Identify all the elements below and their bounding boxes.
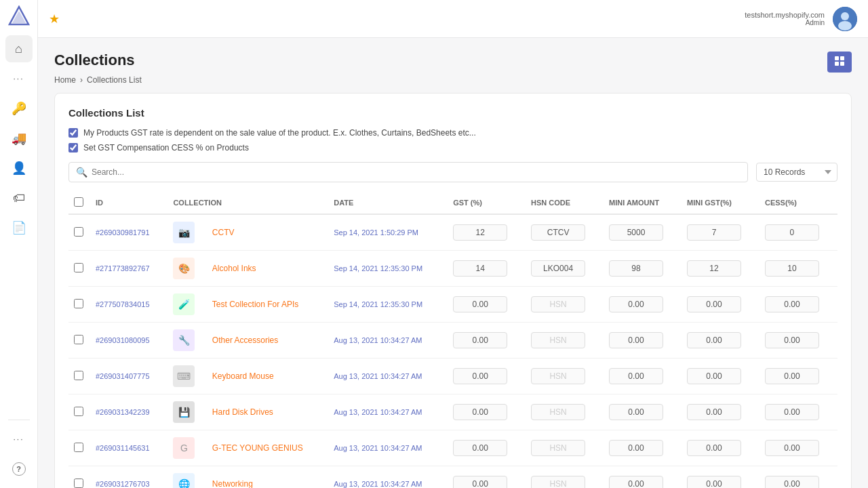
mini-amount-input-4[interactable]	[609, 368, 663, 384]
mini-amount-input-1[interactable]	[609, 260, 663, 277]
row-date-7: Aug 13, 2021 10:34:27 AM	[328, 466, 448, 489]
collection-name-2[interactable]: Test Collection For APIs	[212, 300, 298, 309]
cess-input-7[interactable]	[765, 476, 819, 488]
collection-name-7[interactable]: Networking	[212, 479, 253, 488]
row-checkbox-3[interactable]	[74, 335, 83, 344]
hsn-input-1[interactable]	[531, 260, 585, 277]
select-all-checkbox[interactable]	[74, 197, 83, 207]
sidebar-item-home[interactable]: ⌂	[5, 35, 33, 62]
gst-input-4[interactable]	[453, 368, 507, 384]
checkbox-gst-slab[interactable]	[68, 128, 78, 138]
mini-gst-input-3[interactable]	[687, 332, 741, 348]
collection-name-1[interactable]: Alcohol Inks	[212, 264, 256, 273]
collection-name-4[interactable]: Keyboard Mouse	[212, 371, 274, 381]
row-id-1[interactable]: #271773892767	[96, 264, 150, 272]
search-input[interactable]	[92, 167, 741, 177]
mini-gst-input-4[interactable]	[687, 368, 741, 384]
gst-input-2[interactable]	[453, 296, 507, 312]
cess-input-1[interactable]	[765, 260, 819, 277]
th-id: ID	[90, 192, 167, 214]
collection-name-5[interactable]: Hard Disk Drives	[212, 407, 273, 417]
row-checkbox-6[interactable]	[74, 443, 83, 452]
mini-gst-input-1[interactable]	[687, 260, 741, 277]
mini-amount-input-0[interactable]	[609, 224, 663, 241]
mini-gst-input-6[interactable]	[687, 440, 741, 456]
cess-input-5[interactable]	[765, 404, 819, 420]
mini-gst-input-5[interactable]	[687, 404, 741, 420]
checkbox-row-2: Set GST Compensation CESS % on Products	[68, 143, 837, 152]
gst-input-0[interactable]	[453, 224, 507, 241]
gst-input-5[interactable]	[453, 404, 507, 420]
records-select[interactable]: 10 Records 25 Records 50 Records 100 Rec…	[756, 163, 837, 182]
row-checkbox-5[interactable]	[74, 407, 83, 416]
page-title: Collections	[54, 52, 135, 69]
sidebar: ⌂ ··· 🔑 🚚 👤 🏷 📄 ··· ?	[0, 0, 38, 488]
cess-input-3[interactable]	[765, 332, 819, 348]
row-id-5[interactable]: #269031342239	[96, 408, 150, 416]
row-checkbox-2[interactable]	[74, 299, 83, 308]
search-box: 🔍	[68, 162, 748, 182]
grid-view-button[interactable]	[827, 52, 852, 73]
th-mini-amount: MINI AMOUNT	[604, 192, 682, 214]
avatar[interactable]	[833, 7, 857, 31]
row-checkbox-0[interactable]	[74, 227, 83, 237]
row-id-0[interactable]: #269030981791	[96, 228, 150, 237]
docs-icon: 📄	[12, 220, 26, 235]
users-icon: 👤	[12, 161, 26, 176]
breadcrumb: Home › Collections List	[54, 75, 852, 85]
row-id-4[interactable]: #269031407775	[96, 372, 150, 380]
hsn-input-3[interactable]	[531, 332, 585, 348]
mini-gst-input-7[interactable]	[687, 476, 741, 488]
table-row: #269030981791 📷 CCTV Sep 14, 2021 1:50:2…	[68, 214, 837, 251]
star-icon[interactable]: ★	[49, 12, 60, 26]
hsn-input-0[interactable]	[531, 224, 585, 241]
cess-input-6[interactable]	[765, 440, 819, 456]
sidebar-item-more-top[interactable]: ···	[5, 65, 33, 92]
breadcrumb-home[interactable]: Home	[54, 75, 76, 85]
hsn-input-7[interactable]	[531, 476, 585, 488]
row-checkbox-1[interactable]	[74, 263, 83, 272]
app-logo[interactable]	[8, 5, 30, 27]
table-wrapper: ID COLLECTION DATE GST (%) HSN CODE MINI…	[68, 192, 837, 488]
mini-amount-input-7[interactable]	[609, 476, 663, 488]
row-id-2[interactable]: #277507834015	[96, 300, 150, 308]
sidebar-item-help[interactable]: ?	[5, 455, 33, 483]
row-checkbox-4[interactable]	[74, 371, 83, 380]
row-id-6[interactable]: #269031145631	[96, 444, 150, 452]
gst-input-6[interactable]	[453, 440, 507, 456]
collection-name-3[interactable]: Other Accessories	[212, 336, 278, 345]
checkbox-cess[interactable]	[68, 143, 78, 152]
row-date-5: Aug 13, 2021 10:34:27 AM	[328, 394, 448, 430]
mini-amount-input-2[interactable]	[609, 296, 663, 312]
hsn-input-6[interactable]	[531, 440, 585, 456]
gst-input-7[interactable]	[453, 476, 507, 488]
mini-amount-input-5[interactable]	[609, 404, 663, 420]
sidebar-item-more-bottom[interactable]: ···	[5, 426, 33, 453]
hsn-input-5[interactable]	[531, 404, 585, 420]
mini-amount-input-3[interactable]	[609, 332, 663, 348]
cess-input-2[interactable]	[765, 296, 819, 312]
row-id-3[interactable]: #269031080095	[96, 336, 150, 344]
sidebar-item-docs[interactable]: 📄	[5, 214, 33, 241]
sidebar-item-shipping[interactable]: 🚚	[5, 125, 33, 152]
sidebar-item-tags[interactable]: 🏷	[5, 184, 33, 211]
collection-name-6[interactable]: G-TEC YOUNG GENIUS	[212, 443, 303, 453]
gst-input-3[interactable]	[453, 332, 507, 348]
gst-input-1[interactable]	[453, 260, 507, 277]
mini-gst-input-2[interactable]	[687, 296, 741, 312]
cess-input-4[interactable]	[765, 368, 819, 384]
hsn-input-4[interactable]	[531, 368, 585, 384]
mini-amount-input-6[interactable]	[609, 440, 663, 456]
collection-name-0[interactable]: CCTV	[212, 228, 235, 237]
table-row: #269031145631 G G-TEC YOUNG GENIUS Aug 1…	[68, 430, 837, 466]
hsn-input-2[interactable]	[531, 296, 585, 312]
sidebar-item-users[interactable]: 👤	[5, 155, 33, 182]
collections-table: ID COLLECTION DATE GST (%) HSN CODE MINI…	[68, 192, 837, 488]
sidebar-item-keys[interactable]: 🔑	[5, 95, 33, 122]
row-checkbox-7[interactable]	[74, 479, 83, 488]
mini-gst-input-0[interactable]	[687, 224, 741, 241]
row-id-7[interactable]: #269031276703	[96, 480, 150, 488]
th-collection: COLLECTION	[167, 192, 328, 214]
collection-thumb-7: 🌐	[173, 473, 195, 488]
cess-input-0[interactable]	[765, 224, 819, 241]
